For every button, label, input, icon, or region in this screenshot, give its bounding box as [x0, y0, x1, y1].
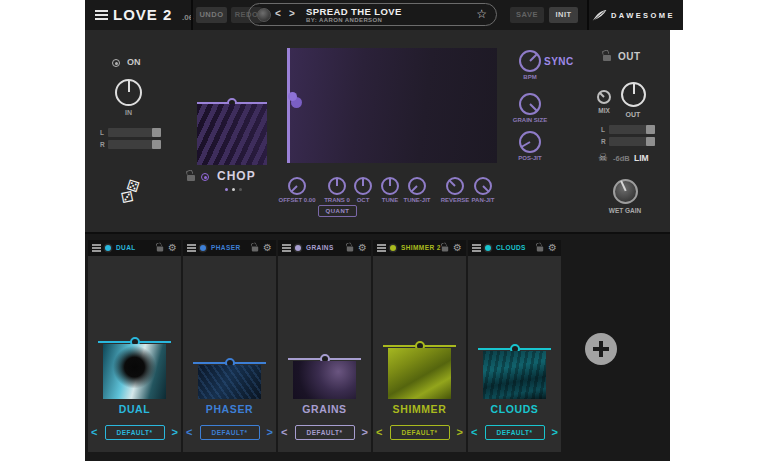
- page-dot[interactable]: [225, 188, 228, 191]
- titlebar-divider: [587, 0, 589, 30]
- lock-icon[interactable]: [347, 247, 353, 252]
- pan-jit-label: PAN-JIT: [461, 197, 505, 203]
- prev-preset-button[interactable]: <: [186, 426, 192, 438]
- tune-jit-knob[interactable]: [408, 177, 426, 195]
- main-menu-icon[interactable]: [95, 10, 108, 21]
- mix-knob[interactable]: [597, 90, 611, 104]
- browse-knob-icon[interactable]: [257, 8, 271, 22]
- next-preset-button[interactable]: >: [552, 426, 558, 438]
- effect-thumbnail[interactable]: [388, 348, 451, 399]
- preset-selector[interactable]: DEFAULT*: [390, 425, 450, 440]
- next-preset-button[interactable]: >: [457, 426, 463, 438]
- oct-knob[interactable]: [354, 177, 372, 195]
- limiter-label[interactable]: LIM: [634, 153, 649, 163]
- prev-preset-button[interactable]: <: [376, 426, 382, 438]
- titlebar: LOVE 2 .06 UNDO REDO < > SPREAD THE LOVE…: [85, 0, 683, 30]
- chop-lock-icon[interactable]: [187, 175, 195, 181]
- grain-size-knob[interactable]: [519, 93, 541, 115]
- out-lock-icon[interactable]: [603, 55, 611, 61]
- reverse-knob[interactable]: [446, 177, 464, 195]
- effect-menu-icon[interactable]: [282, 244, 291, 252]
- effect-header[interactable]: GRAINS ⚙: [278, 240, 371, 256]
- preset-title[interactable]: SPREAD THE LOVE: [306, 6, 402, 17]
- effect-thumbnail[interactable]: [103, 344, 166, 399]
- prev-preset-button[interactable]: <: [281, 426, 287, 438]
- effect-on-led[interactable]: [295, 245, 301, 251]
- effect-menu-icon[interactable]: [472, 244, 481, 252]
- init-button[interactable]: INIT: [549, 7, 578, 23]
- preset-selector[interactable]: DEFAULT*: [295, 425, 355, 440]
- effect-header[interactable]: SHIMMER 2 ⚙: [373, 240, 466, 256]
- out-section-label: OUT: [618, 51, 641, 62]
- quant-toggle[interactable]: QUANT: [318, 205, 357, 217]
- effect-menu-icon[interactable]: [377, 244, 386, 252]
- next-preset-button[interactable]: >: [172, 426, 178, 438]
- effect-on-led[interactable]: [105, 245, 111, 251]
- out-gain-knob[interactable]: [621, 82, 646, 107]
- grain-marker-icon[interactable]: [288, 92, 302, 108]
- brand-logo: DAWESOME: [611, 11, 675, 20]
- gear-icon[interactable]: ⚙: [263, 243, 272, 253]
- effect-header[interactable]: CLOUDS ⚙: [468, 240, 561, 256]
- prev-preset-button[interactable]: <: [275, 8, 281, 19]
- gear-icon[interactable]: ⚙: [168, 243, 177, 253]
- lock-icon[interactable]: [252, 247, 258, 252]
- input-on-led[interactable]: [112, 59, 120, 67]
- effect-thumbnail[interactable]: [483, 351, 546, 399]
- effect-on-led[interactable]: [485, 245, 491, 251]
- output-meter-right[interactable]: R: [609, 137, 655, 146]
- gear-icon[interactable]: ⚙: [358, 243, 367, 253]
- next-preset-button[interactable]: >: [267, 426, 273, 438]
- input-gain-knob[interactable]: [115, 79, 142, 106]
- undo-button[interactable]: UNDO: [196, 7, 227, 23]
- effect-on-led[interactable]: [200, 245, 206, 251]
- offset-knob[interactable]: [288, 177, 306, 195]
- output-meter-left[interactable]: L: [609, 125, 655, 134]
- add-effect-button[interactable]: [585, 333, 617, 365]
- effect-header[interactable]: DUAL ⚙: [88, 240, 181, 256]
- next-preset-button[interactable]: >: [289, 8, 295, 19]
- sync-label[interactable]: SYNC: [544, 56, 574, 67]
- effect-title: CLOUDS: [468, 403, 561, 415]
- waveform-display[interactable]: [287, 48, 497, 163]
- gear-icon[interactable]: ⚙: [453, 243, 462, 253]
- favorite-star-icon[interactable]: ☆: [476, 7, 487, 21]
- bpm-label: BPM: [508, 74, 552, 80]
- preset-selector[interactable]: DEFAULT*: [485, 425, 545, 440]
- save-button[interactable]: SAVE: [510, 7, 544, 23]
- effect-menu-icon[interactable]: [92, 244, 101, 252]
- in-knob-label: IN: [115, 109, 142, 116]
- effect-on-led[interactable]: [390, 245, 396, 251]
- preset-browser[interactable]: < > SPREAD THE LOVE BY: AARON ANDERSON ☆: [248, 3, 497, 26]
- prev-preset-button[interactable]: <: [91, 426, 97, 438]
- chop-on-led[interactable]: [201, 173, 209, 181]
- input-meter-right[interactable]: R: [108, 140, 161, 149]
- chop-source-thumbnail[interactable]: [197, 104, 267, 165]
- bpm-knob[interactable]: [519, 50, 541, 72]
- gear-icon[interactable]: ⚙: [548, 243, 557, 253]
- trans-knob[interactable]: [328, 177, 346, 195]
- next-preset-button[interactable]: >: [362, 426, 368, 438]
- page-dot[interactable]: [232, 188, 235, 191]
- page-dot[interactable]: [239, 188, 242, 191]
- effect-header[interactable]: PHASER ⚙: [183, 240, 276, 256]
- prev-preset-button[interactable]: <: [471, 426, 477, 438]
- lock-icon[interactable]: [537, 247, 543, 252]
- input-meter-left[interactable]: L: [108, 128, 161, 137]
- plugin-logo: LOVE 2: [113, 6, 172, 23]
- pos-jit-knob[interactable]: [519, 131, 541, 153]
- effect-thumbnail[interactable]: [293, 361, 356, 399]
- out-knob-label: OUT: [611, 111, 655, 118]
- lock-icon[interactable]: [157, 247, 163, 252]
- preset-selector[interactable]: DEFAULT*: [105, 425, 165, 440]
- effect-slot-dual: DUAL ⚙ DUAL < DEFAULT* >: [88, 240, 181, 452]
- tune-knob[interactable]: [381, 177, 399, 195]
- dice-randomize-icon[interactable]: ⚄ ⚂: [121, 180, 147, 208]
- lock-icon[interactable]: [442, 247, 448, 252]
- preset-author: BY: AARON ANDERSON: [306, 17, 382, 23]
- preset-selector[interactable]: DEFAULT*: [200, 425, 260, 440]
- pan-jit-knob[interactable]: [474, 177, 492, 195]
- wet-gain-knob[interactable]: [613, 179, 638, 204]
- effect-thumbnail[interactable]: [198, 365, 261, 399]
- effect-menu-icon[interactable]: [187, 244, 196, 252]
